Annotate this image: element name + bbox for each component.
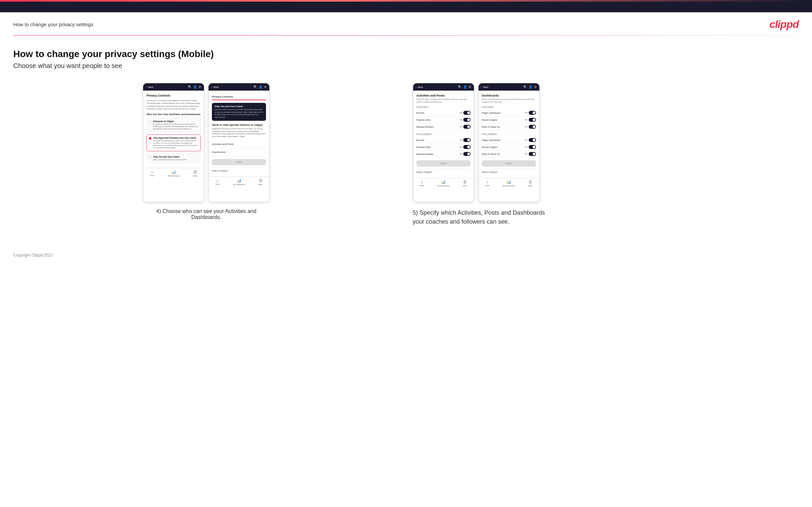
toggle-manual-follower[interactable]: Manual Activities ON: [416, 151, 471, 158]
performance-label-3: My Performance: [438, 185, 450, 187]
toggle-manual-coach[interactable]: Manual Activities ON: [416, 123, 471, 130]
phone2-save-btn[interactable]: Save: [212, 159, 266, 165]
nav-performance-2[interactable]: 📊 My Performance: [233, 178, 245, 185]
radio-option-2[interactable]: Only Approved Followers and Your Coach O…: [146, 134, 201, 151]
nav-home-1[interactable]: ⌂ Home: [150, 170, 154, 177]
toggle-player-dash-coach[interactable]: Player Dashboard ON: [482, 110, 536, 116]
radio-option-1[interactable]: Everyone on Clippd Everyone on Clippd ca…: [146, 118, 201, 132]
rounds-coach-label: Rounds: [416, 112, 424, 114]
nav-performance-4[interactable]: 📊 My Performance: [503, 180, 515, 187]
phone2-back-label: Back: [213, 86, 219, 88]
footer: Copyright Clippd 2022: [0, 246, 812, 264]
manual-follower-on: ON: [459, 153, 462, 155]
menu-icon-1: ☰: [194, 170, 197, 174]
menu-item-dashboards-label: Dashboards: [212, 151, 225, 154]
toggle-player-dash-follower[interactable]: Player Dashboard ON: [482, 137, 536, 144]
show-hide-title: Show or hide specific features in Clippd: [212, 123, 266, 126]
toggle-rounds-follower[interactable]: Rounds ON: [416, 137, 471, 144]
menu-item-dashboards[interactable]: Dashboards ›: [212, 148, 266, 156]
nav-menu-1[interactable]: ☰ Menu: [193, 170, 198, 177]
header-breadcrumb: How to change your privacy settings: [13, 21, 93, 27]
player-dash-coach-switch[interactable]: ON: [525, 111, 536, 115]
search-icon-3: 🔍: [458, 85, 462, 89]
group-right: ‹ Back 🔍 👤 ⚙ Activities and Posts Select…: [413, 83, 799, 226]
drills-coach-switch[interactable]: ON: [459, 118, 470, 122]
drills-coach-label: Practice Drills: [416, 119, 431, 121]
phone2-tab[interactable]: Privacy Controls: [212, 94, 233, 100]
nav-home-2[interactable]: ⌂ Home: [215, 178, 219, 185]
phone1-section-label: Who Can See Your Activities and Dashboar…: [146, 113, 201, 116]
phone3-save-btn[interactable]: Save: [416, 160, 471, 167]
nav-home-3[interactable]: ⌂ Home: [420, 180, 424, 187]
top-nav-bar: [0, 2, 812, 12]
groups-container: ‹ Back 🔍 👤 ⚙ Privacy Controls Control ho…: [13, 83, 799, 226]
phone-mock-1: ‹ Back 🔍 👤 ⚙ Privacy Controls Control ho…: [143, 83, 204, 203]
home-icon-2: ⌂: [216, 178, 219, 182]
performance-icon-1: 📊: [171, 170, 176, 174]
phone4-back-label: Back: [483, 86, 489, 88]
performance-icon-3: 📊: [441, 180, 446, 184]
nav-menu-4[interactable]: ☰ Menu: [528, 180, 533, 187]
caption-right: 5) Specify which Activities, Posts and D…: [413, 208, 546, 226]
nav-menu-3[interactable]: ☰ Menu: [463, 180, 467, 187]
phone1-icons: 🔍 👤 ⚙: [188, 85, 201, 89]
followers-label-3: FOLLOWERS: [416, 133, 471, 135]
tooltip-body: Only you and the coaches you connect wit…: [214, 109, 263, 118]
rounds-follower-switch[interactable]: ON: [459, 138, 470, 142]
radio-desc-3: Only you and the coaches you connect wit…: [153, 159, 187, 161]
round-insights-follower-pill: [529, 145, 536, 149]
player-dash-coach-pill: [529, 111, 536, 115]
round-insights-follower-switch[interactable]: ON: [525, 145, 536, 149]
menu-item-activities[interactable]: Activities and Posts ›: [212, 140, 266, 148]
search-icon-2: 🔍: [253, 85, 257, 89]
page-header: How to change your privacy settings clip…: [0, 12, 812, 35]
nav-performance-1[interactable]: 📊 My Performance: [168, 170, 180, 177]
player-dash-follower-switch[interactable]: ON: [525, 138, 536, 142]
phone4-save-btn[interactable]: Save: [482, 160, 536, 167]
search-icon-4: 🔍: [523, 85, 527, 89]
performance-icon-2: 📊: [237, 178, 242, 183]
toggle-rounds-coach[interactable]: Rounds ON: [416, 110, 471, 116]
radio-text-3: Only You and Your Coach Only you and the…: [153, 156, 187, 161]
main-content: How to change your privacy settings (Mob…: [0, 36, 812, 246]
toggle-round-insights-coach[interactable]: Round Insights ON: [482, 116, 536, 123]
toggle-work-on-follower[interactable]: What To Work On ON: [482, 151, 536, 158]
drills-coach-on: ON: [459, 119, 462, 121]
work-on-coach-switch[interactable]: ON: [525, 125, 536, 129]
toggle-round-insights-follower[interactable]: Round Insights ON: [482, 144, 536, 151]
toggle-drills-follower[interactable]: Practice Drills ON: [416, 144, 471, 151]
phone4-bottom-nav: ⌂ Home 📊 My Performance ☰ Menu: [478, 178, 539, 188]
home-icon-1: ⌂: [151, 170, 153, 174]
chevron-activities: ›: [265, 143, 266, 146]
radio-option-3[interactable]: Only You and Your Coach Only you and the…: [146, 153, 201, 163]
dashboards-title: Dashboards: [482, 94, 536, 97]
drills-follower-switch[interactable]: ON: [459, 145, 470, 149]
menu-icon-4: ☰: [529, 180, 532, 184]
phone-mock-3: ‹ Back 🔍 👤 ⚙ Activities and Posts Select…: [413, 83, 474, 203]
manual-coach-on: ON: [459, 126, 462, 128]
people-icon: 👤: [193, 85, 197, 89]
manual-follower-switch[interactable]: ON: [459, 152, 470, 156]
toggle-drills-coach[interactable]: Practice Drills ON: [416, 116, 471, 123]
phone2-topbar: ‹ Back 🔍 👤 ⚙: [209, 83, 269, 91]
nav-menu-2[interactable]: ☰ Menu: [259, 178, 263, 185]
nav-performance-3[interactable]: 📊 My Performance: [438, 180, 450, 187]
rounds-coach-switch[interactable]: ON: [459, 111, 470, 115]
phone2-content: Privacy Controls Only You and Your Coach…: [209, 91, 269, 176]
menu-icon-2: ☰: [259, 178, 262, 183]
settings-icon-3: ⚙: [469, 85, 471, 89]
manual-coach-switch[interactable]: ON: [459, 125, 470, 129]
phone4-help: Help & Support: [482, 169, 536, 175]
home-icon-4: ⌂: [486, 180, 489, 184]
phone-mock-2: ‹ Back 🔍 👤 ⚙ Privacy Controls: [208, 83, 270, 203]
phone1-back-arrow: ‹: [146, 86, 147, 89]
toggle-work-on-coach[interactable]: What To Work On ON: [482, 123, 536, 130]
round-insights-coach-switch[interactable]: ON: [525, 118, 536, 122]
phone4-topbar: ‹ Back 🔍 👤 ⚙: [478, 83, 539, 91]
chevron-dashboards: ›: [265, 151, 266, 154]
work-on-follower-switch[interactable]: ON: [525, 152, 536, 156]
round-insights-follower-label: Round Insights: [482, 146, 498, 148]
nav-home-4[interactable]: ⌂ Home: [485, 180, 490, 187]
round-insights-coach-on: ON: [525, 119, 527, 121]
phone1-body: Control how you and your data appears to…: [146, 99, 201, 110]
